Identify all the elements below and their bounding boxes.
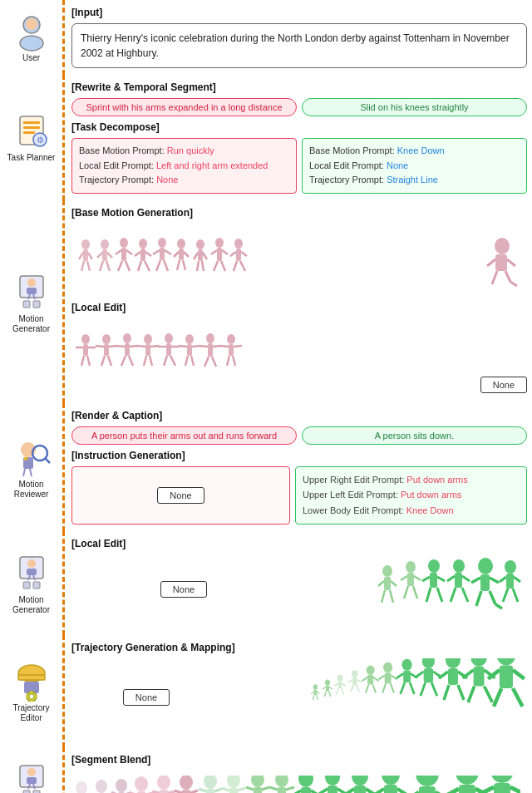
- svg-rect-292: [182, 790, 190, 793]
- svg-point-246: [496, 658, 515, 665]
- svg-point-120: [227, 334, 235, 344]
- svg-line-242: [463, 670, 474, 678]
- svg-line-359: [480, 787, 494, 793]
- svg-line-300: [214, 789, 222, 791]
- svg-line-93: [130, 346, 138, 347]
- trajectory-green-sequence: [311, 658, 527, 737]
- task-decompose-row: Base Motion Prompt: Run quickly Local Ed…: [71, 138, 527, 194]
- svg-line-251: [513, 688, 523, 707]
- base-motion-header: [Base Motion Generation]: [71, 207, 527, 219]
- task-right-local-label: Local Edit Prompt:: [309, 160, 387, 170]
- svg-line-294: [190, 791, 198, 793]
- svg-line-89: [108, 356, 111, 366]
- task-right-base-value: Knee Down: [397, 145, 445, 155]
- render-caption-pill-2: A person sits down.: [302, 426, 527, 445]
- instr-value-2: Put down arms: [401, 490, 461, 500]
- motion-reviewer-content: [Render & Caption] A person puts their a…: [62, 403, 532, 531]
- svg-point-114: [206, 333, 214, 343]
- svg-line-188: [311, 692, 313, 694]
- svg-point-17: [81, 239, 90, 249]
- svg-line-125: [233, 356, 235, 366]
- svg-rect-165: [480, 574, 490, 591]
- svg-line-82: [81, 356, 84, 366]
- svg-line-203: [342, 688, 344, 695]
- svg-line-76: [505, 271, 510, 282]
- trajectory-editor-label: TrajectoryEditor: [12, 703, 49, 723]
- svg-rect-172: [506, 574, 514, 589]
- svg-line-32: [126, 250, 132, 254]
- svg-line-99: [150, 346, 159, 347]
- task-left-base: Base Motion Prompt: Run quickly: [79, 144, 289, 159]
- task-right-base-label: Base Motion Prompt:: [309, 145, 397, 155]
- instruction-gen-left: None: [71, 466, 290, 525]
- task-left-local-label: Local Edit Prompt:: [79, 160, 156, 170]
- svg-line-226: [401, 682, 405, 694]
- trajectory-editor-section: TrajectoryEditor [Trajectory Generation …: [0, 635, 532, 747]
- svg-rect-223: [403, 671, 411, 682]
- svg-line-206: [348, 679, 352, 682]
- local-edit-2-none: None: [160, 581, 207, 598]
- svg-point-333: [352, 776, 368, 786]
- base-motion-right-figure: [322, 236, 527, 298]
- svg-point-309: [251, 776, 264, 787]
- svg-line-293: [175, 791, 182, 793]
- svg-line-69: [234, 261, 237, 271]
- svg-line-191: [317, 695, 318, 700]
- svg-line-75: [492, 271, 497, 284]
- instr-right-line1: Upper Right Edit Prompt: Put down arms: [303, 472, 520, 488]
- svg-point-234: [446, 658, 461, 668]
- local-edit-1-header: [Local Edit]: [71, 302, 527, 313]
- svg-line-94: [121, 356, 126, 366]
- motion-generator-2-content: [Local Edit] None: [62, 531, 532, 635]
- svg-point-181: [29, 694, 34, 699]
- task-decompose-header: [Task Decompose]: [71, 121, 527, 133]
- svg-line-73: [487, 259, 495, 266]
- svg-line-335: [345, 789, 354, 793]
- motion-reviewer-label: MotionReviewer: [14, 480, 49, 500]
- svg-rect-12: [33, 301, 40, 308]
- svg-line-227: [410, 682, 414, 694]
- svg-line-213: [373, 677, 378, 681]
- svg-line-249: [513, 670, 525, 678]
- svg-point-261: [76, 781, 87, 793]
- input-header: [Input]: [71, 7, 527, 18]
- svg-line-67: [230, 252, 236, 256]
- svg-line-25: [97, 253, 102, 258]
- svg-line-341: [373, 789, 384, 793]
- svg-point-339: [382, 776, 400, 785]
- svg-point-158: [453, 559, 465, 573]
- instr-right-line3: Lower Body Edit Prompt: Knee Down: [303, 503, 520, 519]
- svg-rect-340: [384, 785, 397, 793]
- svg-line-142: [378, 581, 384, 586]
- svg-rect-109: [187, 344, 192, 356]
- svg-line-220: [382, 683, 386, 692]
- svg-line-148: [401, 576, 407, 580]
- user-icon: [12, 12, 52, 52]
- svg-line-353: [445, 789, 459, 793]
- motion-reviewer-agent: MotionReviewer: [0, 403, 62, 531]
- svg-line-37: [135, 252, 140, 256]
- task-planner-icon: ⚙: [12, 111, 52, 151]
- svg-line-232: [421, 682, 426, 696]
- motion-generator-2-section: MotionGenerator [Local Edit] None: [0, 531, 532, 635]
- task-right-local: Local Edit Prompt: None: [309, 159, 520, 174]
- svg-point-192: [325, 679, 330, 685]
- svg-line-215: [373, 684, 377, 692]
- svg-line-342: [397, 789, 408, 793]
- svg-line-21: [81, 261, 84, 271]
- segment-blend-figure-sequence: [71, 776, 520, 793]
- svg-line-160: [447, 576, 455, 581]
- svg-line-202: [337, 688, 338, 695]
- rewrite-pills: Sprint with his arms expanded in a long …: [71, 98, 527, 116]
- svg-line-43: [153, 250, 160, 254]
- svg-rect-159: [455, 573, 462, 588]
- svg-rect-178: [18, 675, 45, 680]
- svg-point-29: [120, 238, 128, 248]
- svg-line-360: [510, 787, 520, 793]
- task-right-base: Base Motion Prompt: Knee Down: [309, 144, 520, 159]
- svg-line-195: [329, 687, 332, 689]
- svg-rect-286: [160, 790, 168, 793]
- svg-line-131: [45, 458, 50, 463]
- instruction-gen-none: None: [157, 487, 204, 504]
- svg-rect-121: [229, 344, 234, 356]
